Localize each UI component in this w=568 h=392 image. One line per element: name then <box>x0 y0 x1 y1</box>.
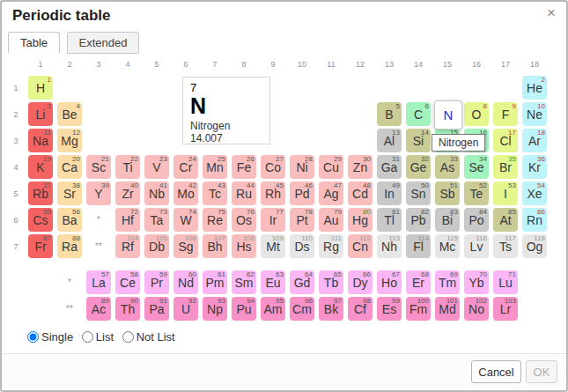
element-cell-Db[interactable]: 105Db <box>144 234 169 258</box>
element-cell-Al[interactable]: 13Al <box>377 129 402 152</box>
element-cell-Mt[interactable]: 109Mt <box>261 234 285 258</box>
element-cell-As[interactable]: 33As <box>435 155 460 179</box>
radio-option-list[interactable]: List <box>82 330 114 344</box>
element-cell-Gd[interactable]: 64Gd <box>290 270 314 294</box>
element-cell-Bk[interactable]: 97Bk <box>319 297 343 321</box>
element-cell-Hg[interactable]: 80Hg <box>348 208 373 232</box>
element-cell-Cl[interactable]: 17Cl <box>493 129 518 152</box>
element-cell-Sb[interactable]: 51Sb <box>435 181 460 205</box>
radio-option-single[interactable]: Single <box>27 330 73 344</box>
element-cell-Hf[interactable]: 72Hf <box>115 208 140 232</box>
element-cell-Lv[interactable]: 116Lv <box>464 234 489 258</box>
element-cell-Nd[interactable]: 60Nd <box>173 270 198 294</box>
element-cell-K[interactable]: 19K <box>28 155 53 179</box>
element-cell-Zn[interactable]: 30Zn <box>348 155 373 179</box>
element-cell-Rn[interactable]: 86Rn <box>522 208 547 232</box>
element-cell-Bi[interactable]: 83Bi <box>435 208 460 232</box>
element-cell-Cm[interactable]: 96Cm <box>290 297 314 321</box>
element-cell-Kr[interactable]: 36Kr <box>522 155 547 179</box>
element-cell-Cr[interactable]: 24Cr <box>173 155 198 179</box>
element-cell-Co[interactable]: 27Co <box>261 155 285 179</box>
element-cell-Lr[interactable]: 103Lr <box>493 297 518 321</box>
element-cell-Na[interactable]: 11Na <box>28 129 53 152</box>
element-cell-Cu[interactable]: 29Cu <box>319 155 343 179</box>
element-cell-Ra[interactable]: 88Ra <box>57 234 82 258</box>
element-cell-Rg[interactable]: 111Rg <box>319 234 343 258</box>
cancel-button[interactable]: Cancel <box>471 360 521 383</box>
element-cell-Be[interactable]: 4Be <box>57 102 82 126</box>
element-cell-Np[interactable]: 93Np <box>203 297 227 321</box>
element-cell-Eu[interactable]: 63Eu <box>261 270 285 294</box>
element-cell-Ti[interactable]: 22Ti <box>115 155 140 179</box>
element-cell-Po[interactable]: 84Po <box>464 208 489 232</box>
element-cell-Pd[interactable]: 46Pd <box>290 181 314 205</box>
element-cell-Rb[interactable]: 37Rb <box>28 181 53 205</box>
element-cell-Tm[interactable]: 69Tm <box>435 270 460 294</box>
element-cell-Cs[interactable]: 55Cs <box>28 208 53 232</box>
element-cell-Lu[interactable]: 71Lu <box>493 270 518 294</box>
element-cell-Rh[interactable]: 45Rh <box>261 181 285 205</box>
element-cell-Og[interactable]: 118Og <box>522 234 547 258</box>
element-cell-B[interactable]: 5B <box>377 102 402 126</box>
element-cell-Ca[interactable]: 20Ca <box>57 155 82 179</box>
element-cell-Er[interactable]: 68Er <box>406 270 431 294</box>
element-cell-Bh[interactable]: 107Bh <box>203 234 227 258</box>
element-cell-Mg[interactable]: 12Mg <box>57 129 82 152</box>
element-cell-No[interactable]: 102No <box>464 297 489 321</box>
element-cell-Ds[interactable]: 110Ds <box>290 234 314 258</box>
element-cell-Cn[interactable]: 112Cn <box>348 234 373 258</box>
element-cell-Rf[interactable]: 104Rf <box>115 234 140 258</box>
element-cell-Md[interactable]: 101Md <box>435 297 460 321</box>
element-cell-Os[interactable]: 76Os <box>232 208 256 232</box>
element-cell-Ho[interactable]: 67Ho <box>377 270 402 294</box>
element-cell-Ag[interactable]: 47Ag <box>319 181 343 205</box>
element-cell-Fe[interactable]: 26Fe <box>232 155 256 179</box>
element-cell-Fl[interactable]: 114Fl <box>406 234 431 258</box>
element-cell-O[interactable]: 8O <box>464 102 489 126</box>
element-cell-La[interactable]: 57La <box>86 270 111 294</box>
element-cell-Yb[interactable]: 70Yb <box>464 270 489 294</box>
element-cell-C[interactable]: 6C <box>406 102 431 126</box>
element-cell-Pr[interactable]: 59Pr <box>144 270 169 294</box>
element-cell-Fm[interactable]: 100Fm <box>406 297 431 321</box>
element-cell-Tb[interactable]: 65Tb <box>319 270 343 294</box>
radio-option-not-list[interactable]: Not List <box>122 330 175 344</box>
element-cell-Pt[interactable]: 78Pt <box>290 208 314 232</box>
element-cell-Sg[interactable]: 106Sg <box>173 234 198 258</box>
element-cell-Zr[interactable]: 40Zr <box>115 181 140 205</box>
element-cell-Tl[interactable]: 81Tl <box>377 208 402 232</box>
element-cell-Ga[interactable]: 31Ga <box>377 155 402 179</box>
element-cell-Ni[interactable]: 28Ni <box>290 155 314 179</box>
element-cell-Ta[interactable]: 73Ta <box>144 208 169 232</box>
element-cell-Es[interactable]: 99Es <box>377 297 402 321</box>
element-cell-N[interactable]: N <box>434 100 462 129</box>
element-cell-Nh[interactable]: 113Nh <box>377 234 402 258</box>
element-cell-At[interactable]: 85At <box>493 208 518 232</box>
element-cell-U[interactable]: 92U <box>173 297 198 321</box>
element-cell-Li[interactable]: 3Li <box>28 102 53 126</box>
element-cell-Ar[interactable]: 18Ar <box>522 129 547 152</box>
element-cell-Tc[interactable]: 43Tc <box>203 181 227 205</box>
element-cell-Hs[interactable]: 108Hs <box>232 234 256 258</box>
element-cell-Ce[interactable]: 58Ce <box>115 270 140 294</box>
element-cell-I[interactable]: 53I <box>493 181 518 205</box>
element-cell-Nb[interactable]: 41Nb <box>144 181 169 205</box>
single-radio[interactable] <box>27 331 39 343</box>
element-cell-Ru[interactable]: 44Ru <box>232 181 256 205</box>
element-cell-Se[interactable]: 34Se <box>464 155 489 179</box>
element-cell-F[interactable]: 9F <box>493 102 518 126</box>
element-cell-Br[interactable]: 35Br <box>493 155 518 179</box>
element-cell-Ba[interactable]: 56Ba <box>57 208 82 232</box>
element-cell-Pm[interactable]: 61Pm <box>203 270 227 294</box>
element-cell-V[interactable]: 23V <box>144 155 169 179</box>
element-cell-Y[interactable]: 39Y <box>86 181 111 205</box>
element-cell-Ts[interactable]: 117Ts <box>493 234 518 258</box>
list-radio[interactable] <box>82 331 93 343</box>
not-list-radio[interactable] <box>122 331 134 343</box>
element-cell-Mc[interactable]: 115Mc <box>435 234 460 258</box>
element-cell-In[interactable]: 49In <box>377 181 402 205</box>
element-cell-Xe[interactable]: 54Xe <box>522 181 547 205</box>
element-cell-Pb[interactable]: 82Pb <box>406 208 431 232</box>
element-cell-Sn[interactable]: 50Sn <box>406 181 431 205</box>
element-cell-He[interactable]: 2He <box>522 76 547 100</box>
